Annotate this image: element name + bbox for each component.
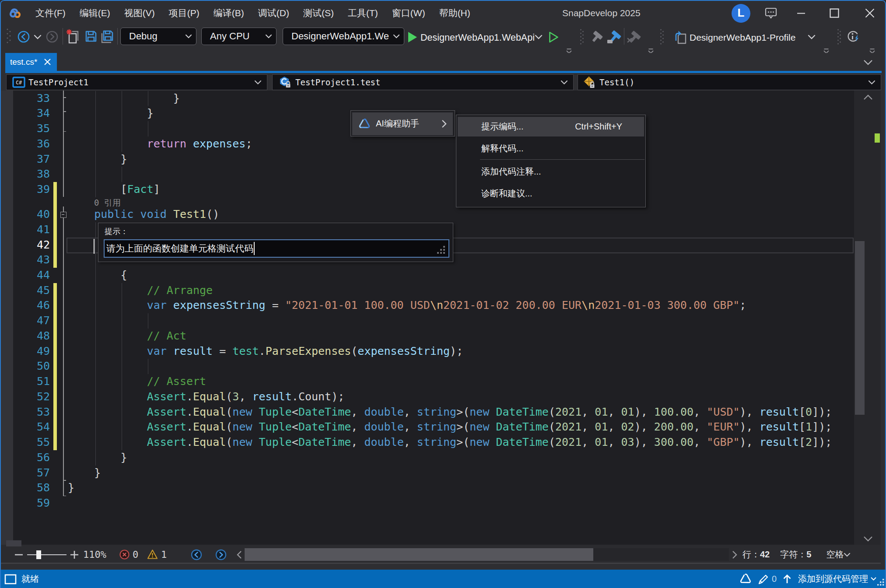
build-solution-button[interactable] xyxy=(606,30,623,45)
menu-build[interactable]: 编译(B) xyxy=(207,1,251,25)
tab-underline xyxy=(5,71,882,73)
pending-changes-count[interactable]: 0 xyxy=(772,570,777,588)
text-caret xyxy=(254,242,255,255)
tab-test-cs[interactable]: test.cs* xyxy=(5,53,57,71)
zoom-out-icon[interactable] xyxy=(15,554,23,556)
tab-list-chevron-icon[interactable] xyxy=(861,58,875,67)
background-tasks-icon[interactable] xyxy=(4,574,17,584)
zoom-slider-thumb[interactable] xyxy=(36,550,41,559)
whitespace-dropdown-icon[interactable] xyxy=(844,553,851,557)
toolbar-drag-handle[interactable] xyxy=(579,28,585,47)
publish-profile-label[interactable]: DesignerWebApp1-Profile xyxy=(690,32,795,43)
menu-view[interactable]: 视图(V) xyxy=(117,1,162,25)
menu-edit[interactable]: 编辑(E) xyxy=(73,1,117,25)
solution-config-combo[interactable]: Debug xyxy=(120,28,196,45)
build-button[interactable] xyxy=(590,30,604,44)
main-toolbar: Debug Any CPU DesignerWebApp1.We Designe… xyxy=(1,25,885,53)
toolbar-drag-handle[interactable] xyxy=(659,28,665,47)
submenu-item-explain-code[interactable]: 解释代码... xyxy=(458,138,644,159)
publish-profile-dropdown-icon[interactable] xyxy=(808,35,816,40)
breakpoint-margin[interactable] xyxy=(1,91,13,545)
nav-back-circle-icon[interactable] xyxy=(191,549,202,560)
source-control-label[interactable]: 添加到源代码管理 xyxy=(798,570,868,588)
code-line-57: } xyxy=(68,466,101,481)
minimize-button[interactable] xyxy=(791,1,811,25)
tab-close-icon[interactable] xyxy=(44,58,51,66)
outline-collapse-box[interactable] xyxy=(60,212,67,218)
submenu-item-diagnose-suggest[interactable]: 诊断和建议... xyxy=(458,183,644,204)
scroll-up-icon[interactable] xyxy=(863,94,873,100)
publish-button[interactable] xyxy=(674,30,688,45)
menu-test[interactable]: 测试(S) xyxy=(296,1,341,25)
whitespace-mode[interactable]: 空格 xyxy=(826,549,844,560)
nav-forward-button[interactable] xyxy=(46,31,58,43)
solution-platform-combo[interactable]: Any CPU xyxy=(201,28,277,45)
scroll-right-icon[interactable] xyxy=(732,550,738,559)
new-file-button[interactable] xyxy=(66,29,81,45)
splitter-box[interactable] xyxy=(6,540,21,546)
code-line-54: Assert.Equal(new Tuple<DateTime, double,… xyxy=(68,420,832,435)
submenu-item-prompt-coding[interactable]: 提示编码...Ctrl+Shift+Y xyxy=(458,117,644,136)
outline-line xyxy=(63,91,64,197)
menu-tools[interactable]: 工具(T) xyxy=(341,1,385,25)
menu-project[interactable]: 项目(P) xyxy=(162,1,207,25)
run-target-label[interactable]: DesignerWebApp1.WebApi xyxy=(420,32,535,43)
prompt-input[interactable]: 请为上面的函数创建单元格测试代码 xyxy=(104,239,449,258)
run-without-debug-button[interactable] xyxy=(548,31,560,43)
menu-help[interactable]: 帮助(H) xyxy=(432,1,477,25)
codelens-references[interactable]: 0 引用 xyxy=(94,198,121,207)
startup-project-value: DesignerWebApp1.We xyxy=(283,31,389,42)
submenu-item-add-comments[interactable]: 添加代码注释... xyxy=(458,161,644,182)
ai-assistant-icon xyxy=(358,118,371,130)
breadcrumb-type[interactable]: TestProject1.test xyxy=(272,74,574,90)
line-number: 38 xyxy=(24,167,50,182)
zoom-level[interactable]: 110% xyxy=(83,545,106,564)
push-up-arrow-icon[interactable] xyxy=(781,573,793,584)
menu-debug[interactable]: 调试(D) xyxy=(251,1,296,25)
warning-count[interactable]: 1 xyxy=(161,545,167,564)
submenu-item-label: 提示编码... xyxy=(481,121,524,133)
user-avatar[interactable]: L xyxy=(732,4,750,23)
vertical-scrollbar[interactable] xyxy=(854,91,881,545)
scroll-left-icon[interactable] xyxy=(236,550,242,559)
vertical-scroll-thumb[interactable] xyxy=(855,241,865,415)
line-number: 34 xyxy=(24,106,50,121)
run-button[interactable] xyxy=(407,31,418,43)
run-target-dropdown-icon[interactable] xyxy=(535,35,543,40)
horizontal-scroll-thumb[interactable] xyxy=(245,548,593,561)
cancel-build-button[interactable] xyxy=(627,30,642,44)
outline-tick xyxy=(63,131,66,132)
maximize-button[interactable] xyxy=(824,1,844,25)
menu-window[interactable]: 窗口(W) xyxy=(385,1,432,25)
breadcrumb-member[interactable]: Test1() xyxy=(578,74,881,90)
context-menu-ai-assistant[interactable]: AI编程助手 xyxy=(352,112,453,135)
error-count[interactable]: 0 xyxy=(133,545,138,564)
menu-file[interactable]: 文件(F) xyxy=(28,1,73,25)
prompt-input-value: 请为上面的函数创建单元格测试代码 xyxy=(105,242,253,255)
zoom-slider[interactable] xyxy=(27,554,67,555)
nav-back-dropdown[interactable] xyxy=(33,34,42,40)
nav-back-icon xyxy=(18,31,30,43)
feedback-button[interactable] xyxy=(761,1,781,25)
line-label: 行： xyxy=(742,549,760,560)
toolbar-drag-handle[interactable] xyxy=(6,28,12,45)
feedback-icon xyxy=(764,7,778,20)
close-button[interactable] xyxy=(860,1,880,25)
breadcrumb-project[interactable]: C# TestProject1 xyxy=(6,74,267,90)
ai-status-icon[interactable] xyxy=(739,573,752,584)
nav-forward-circle-icon[interactable] xyxy=(215,549,227,560)
col-value: 5 xyxy=(806,550,811,560)
save-all-button[interactable] xyxy=(100,29,115,45)
code-editor[interactable]: 3334353637383940414243444546474849505152… xyxy=(1,91,854,545)
feedback-info-button[interactable] xyxy=(846,30,860,44)
zoom-in-icon[interactable] xyxy=(70,551,78,559)
pencil-edit-icon[interactable] xyxy=(758,574,769,585)
resize-grip-icon[interactable] xyxy=(437,245,446,255)
save-button[interactable] xyxy=(84,29,98,43)
nav-back-button[interactable] xyxy=(18,31,30,43)
source-control-chevron-icon[interactable] xyxy=(870,577,877,581)
line-number: 51 xyxy=(24,374,50,389)
startup-project-combo[interactable]: DesignerWebApp1.We xyxy=(283,28,404,45)
toolbar-drag-handle[interactable] xyxy=(837,28,842,47)
scroll-down-icon[interactable] xyxy=(863,536,873,542)
